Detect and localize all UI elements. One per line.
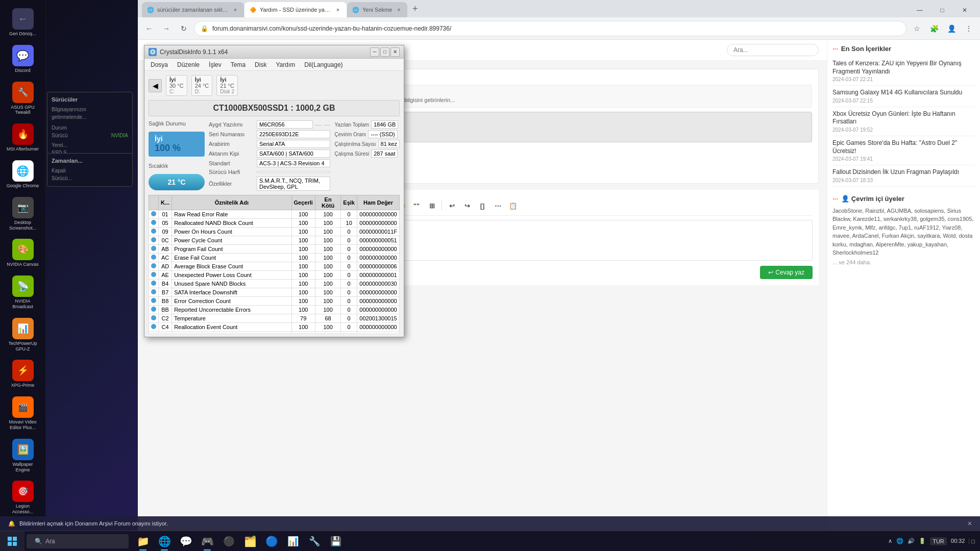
maximize-crystaldisk[interactable]: □: [380, 47, 389, 57]
taskbar-misc3[interactable]: 💾: [326, 531, 346, 552]
forward-button[interactable]: →: [159, 21, 174, 36]
row-indicator-AD: [149, 262, 159, 271]
taskbar-pinned-apps: 📁 🌐 💬 🎮 ⚫ 🗂️ 🔵 📊 🔧 💾: [133, 531, 346, 552]
row-thresh-B8: 0: [341, 297, 357, 306]
code-button[interactable]: []: [476, 199, 489, 212]
taskbar-search-box[interactable]: 🔍 Ara: [27, 534, 129, 548]
back-button[interactable]: ←: [142, 21, 156, 36]
news-item-2[interactable]: Xbox Ücretsiz Oyun Günleri: İşte Bu Haft…: [832, 107, 975, 136]
tray-volume[interactable]: 🔊: [908, 538, 915, 544]
tab-2[interactable]: 🔶 Yardım - SSD üzerinde yazan b... ×: [244, 2, 347, 17]
tray-network[interactable]: 🌐: [896, 538, 903, 544]
start-button[interactable]: [0, 531, 24, 552]
reload-button[interactable]: ↻: [177, 21, 191, 36]
menu-dosya[interactable]: Dosya: [146, 60, 172, 69]
news-item-0[interactable]: Tales of Kenzera: ZAU için Yepyeni Bir O…: [832, 57, 975, 86]
tab-3[interactable]: 🌐 Yeni Sekme ×: [347, 2, 407, 17]
forum-search-input[interactable]: [727, 44, 819, 56]
tray-battery[interactable]: 🔋: [919, 538, 926, 544]
serial-value: 2250E693D12E: [257, 130, 330, 138]
send-reply-button[interactable]: ↩ Cevap yaz: [760, 266, 813, 279]
taskbar-chrome[interactable]: 🌐: [154, 531, 175, 552]
taskbar-steam[interactable]: 🎮: [197, 531, 217, 552]
sidebar-item-asus[interactable]: 🔧 ASUS GPU Tweakll: [3, 79, 43, 119]
sidebar-item-screenshot[interactable]: 📷 Desktop Screenshot...: [3, 194, 43, 234]
window-controls: — □ ✕: [909, 3, 976, 17]
sidebar-item-wallpaper[interactable]: 🖼️ Wallpaper Engine: [3, 436, 43, 476]
maximize-button[interactable]: □: [931, 3, 953, 17]
health-status-text: İyi: [155, 135, 199, 143]
profile-button[interactable]: 👤: [944, 21, 959, 36]
taskbar-epic[interactable]: ⚫: [218, 531, 239, 552]
sidebar-item-nvidia-broadcast[interactable]: 📡 NVIDIA Broadcast: [3, 272, 43, 313]
tab-2-close[interactable]: ×: [334, 6, 341, 13]
sidebar-item-nvidia-canvas[interactable]: 🎨 NVIDIA Canvas: [3, 236, 43, 270]
row-worst-05: 100: [315, 219, 340, 228]
taskbar-misc1[interactable]: 📊: [283, 531, 303, 552]
show-desktop-button[interactable]: □: [969, 538, 975, 544]
taskbar-explorer[interactable]: 📁: [133, 531, 153, 552]
sidebar-item-movavi[interactable]: 🎬 Movavi Video Editor Plus...: [3, 393, 43, 434]
undo-button[interactable]: ↩: [445, 199, 458, 212]
taskbar-edge[interactable]: 🔵: [261, 531, 282, 552]
screenshot-label: Desktop Screenshot...: [6, 220, 40, 231]
crystaldisk-icon: 💿: [149, 48, 157, 56]
menu-duzenle[interactable]: Düzenle: [173, 60, 204, 69]
menu-language[interactable]: Dil(Language): [300, 60, 347, 69]
menu-disk[interactable]: Disk: [251, 60, 271, 69]
minimize-button[interactable]: —: [909, 3, 931, 17]
menu-tema[interactable]: Tema: [227, 60, 250, 69]
address-bar[interactable]: 🔒 forum.donanimarsivi.com/konu/ssd-uzeri…: [194, 21, 906, 36]
sidebar-item-back[interactable]: ← Geri Dönüş...: [3, 5, 43, 40]
menu-islev[interactable]: İşlev: [205, 60, 226, 69]
tab-1-close[interactable]: ×: [232, 6, 239, 13]
sidebar-item-techpowerup[interactable]: 📊 TechPowerUp GPU-Z: [3, 315, 43, 355]
table-button[interactable]: ⊞: [425, 199, 438, 212]
tab-1[interactable]: 🌐 sürücüler zamanlanan sıklıkta ç... ×: [142, 2, 244, 17]
menu-button[interactable]: ⋮: [962, 21, 976, 36]
smart-row-B7: B7 SATA Interface Downshift 100 100 0 00…: [149, 288, 400, 297]
quote-editor-button[interactable]: "": [410, 199, 423, 212]
news-item-1[interactable]: Samsung Galaxy M14 4G Kullanıcılara Sunu…: [832, 86, 975, 107]
steam-icon: 🎮: [201, 535, 214, 547]
sidebar-item-chrome[interactable]: 🌐 Google Chrome: [3, 157, 43, 192]
minimize-crystaldisk[interactable]: ─: [370, 47, 379, 57]
close-crystaldisk[interactable]: ✕: [390, 47, 400, 57]
prev-drive-button[interactable]: ◀: [149, 79, 162, 92]
tab-3-close[interactable]: ×: [395, 6, 402, 13]
source-button[interactable]: 📋: [506, 199, 520, 212]
tray-chevron[interactable]: ∧: [888, 538, 892, 544]
row-worst-01: 100: [315, 210, 340, 219]
extension-button[interactable]: 🧩: [927, 21, 941, 36]
tab-2-label: Yardım - SSD üzerinde yazan b...: [260, 7, 331, 13]
row-id-01: 01: [159, 210, 172, 219]
health-pct: 100 %: [155, 143, 199, 154]
smart-row-01: 01 Raw Read Error Rate 100 100 0 0000000…: [149, 210, 400, 219]
redo-button[interactable]: ↪: [460, 199, 474, 212]
written-label: Yazılan Toplam: [334, 122, 369, 128]
drive-d-label: D:: [195, 89, 209, 94]
sidebar-item-msi[interactable]: 🔥 MSI Afterburner: [3, 120, 43, 155]
taskbar-discord[interactable]: 💬: [176, 531, 196, 552]
smart-table-container[interactable]: K... Öznitelik Adı Geçerli En Kötü Eşik …: [149, 195, 400, 333]
bookmark-button[interactable]: ☆: [910, 21, 924, 36]
sidebar-item-xpg[interactable]: ⚡ XPG-Prime: [3, 357, 43, 391]
news-item-4[interactable]: Fallout Dizisinden İlk Uzun Fragman Payl…: [832, 165, 975, 187]
close-button[interactable]: ✕: [953, 3, 976, 17]
taskbar-folder[interactable]: 🗂️: [240, 531, 260, 552]
notification-close-button[interactable]: ×: [968, 519, 972, 528]
menu-yardim[interactable]: Yardım: [272, 60, 299, 69]
taskbar-misc2[interactable]: 🔧: [304, 531, 325, 552]
taskbar-clock[interactable]: 00:32: [951, 537, 965, 545]
sidebar-item-discord[interactable]: 💬 Discord: [3, 42, 43, 77]
crystaldisk-body: ◀ İyi 30 °C C: İyi 24 °C D: İyi 21 °C Di…: [144, 71, 404, 337]
new-tab-button[interactable]: +: [408, 2, 422, 16]
svg-rect-2: [8, 542, 12, 546]
sidebar-item-legion[interactable]: 🎯 Legion Accesso...: [3, 478, 43, 518]
online-users-section: 👤 Çevrim içi üyeler JacobStone, Rainzbl,…: [832, 195, 975, 265]
smart-row-05: 05 Reallocated NAND Block Count 100 100 …: [149, 219, 400, 228]
news-item-3[interactable]: Epic Games Store'da Bu Hafta: "Astro Due…: [832, 136, 975, 165]
row-cur-AC: 100: [291, 254, 315, 262]
forum-sidebar: En Son İçerikler Tales of Kenzera: ZAU i…: [827, 40, 980, 531]
more-button[interactable]: ⋯: [491, 199, 504, 212]
